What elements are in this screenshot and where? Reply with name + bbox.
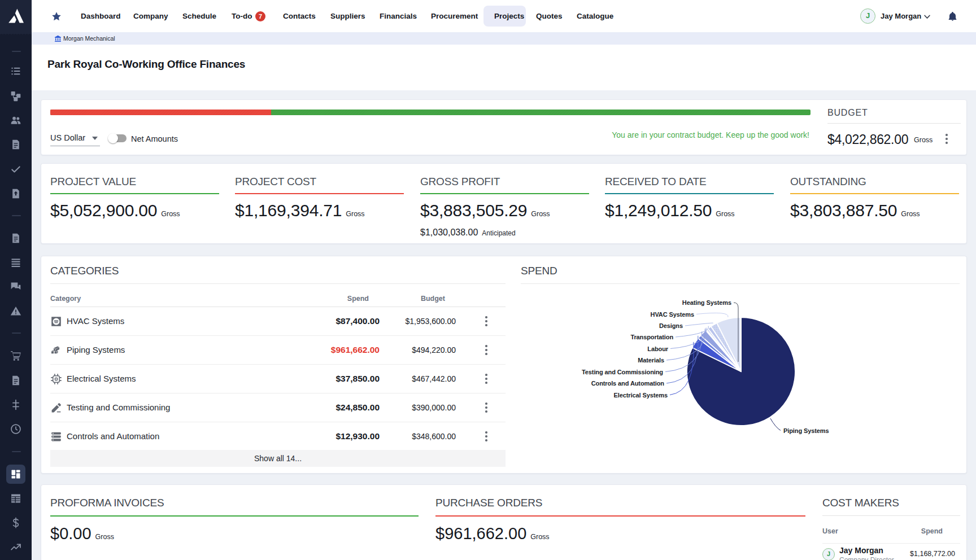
svg-text:Testing and Commissioning: Testing and Commissioning (582, 369, 663, 375)
svg-text:Materials: Materials (638, 357, 664, 364)
svg-text:Piping Systems: Piping Systems (783, 427, 829, 434)
svg-text:Transportation: Transportation (630, 334, 673, 340)
svg-text:Labour: Labour (647, 345, 668, 352)
svg-text:HVAC Systems: HVAC Systems (651, 311, 694, 318)
svg-text:Controls and Automation: Controls and Automation (591, 380, 665, 387)
svg-text:Heating Systems: Heating Systems (682, 299, 731, 306)
svg-text:Designs: Designs (659, 322, 683, 329)
svg-text:Electrical Systems: Electrical Systems (614, 392, 668, 399)
